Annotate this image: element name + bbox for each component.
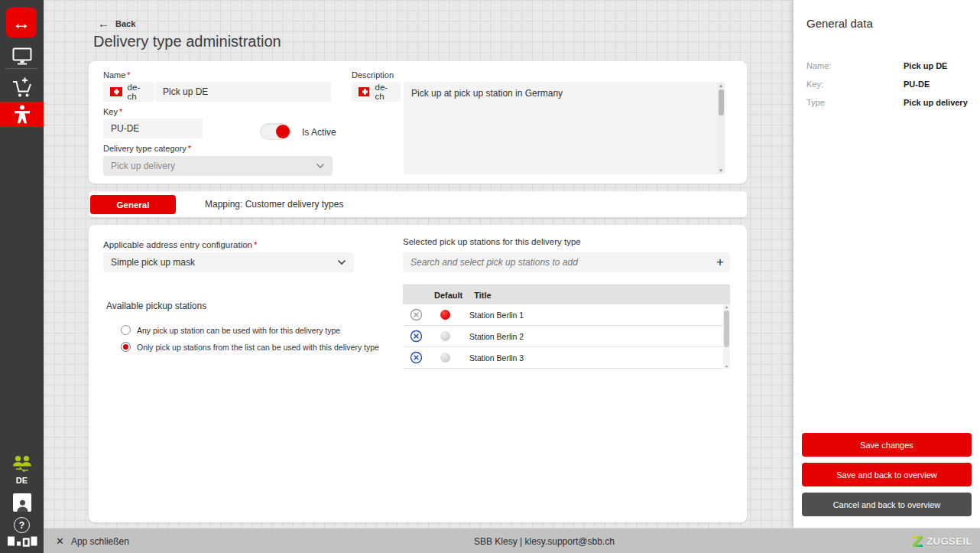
summary-title: General data bbox=[806, 17, 873, 30]
back-button[interactable]: ← Back bbox=[98, 17, 135, 30]
radio-circle-selected[interactable] bbox=[121, 342, 131, 352]
language-badge-label: de-ch bbox=[128, 83, 148, 101]
users-exchange-icon[interactable] bbox=[0, 455, 44, 472]
name-field-wrap bbox=[155, 82, 331, 102]
address-config-label: Applicable address entry configuration* bbox=[103, 240, 257, 249]
close-app-button[interactable]: ✕ App schließen bbox=[56, 529, 129, 553]
summary-name-value: Pick up DE bbox=[904, 61, 947, 70]
description-language-badge: de-ch bbox=[352, 82, 401, 102]
add-station-button[interactable]: + bbox=[710, 252, 730, 272]
remove-station-icon[interactable] bbox=[410, 351, 423, 364]
cart-plus-icon[interactable] bbox=[0, 76, 44, 99]
summary-type-value: Pick up delivery bbox=[904, 98, 968, 107]
chevron-down-icon bbox=[316, 163, 325, 169]
sidebar: ↔ DE ? bbox=[0, 0, 44, 553]
remove-station-icon-disabled bbox=[410, 308, 423, 321]
scroll-up-icon[interactable]: ▲ bbox=[717, 83, 725, 88]
key-input[interactable] bbox=[103, 119, 203, 138]
is-active-label: Is Active bbox=[302, 127, 336, 138]
back-label: Back bbox=[115, 19, 135, 28]
zugseil-brand-label: ZUGSEIL bbox=[926, 535, 972, 547]
required-mark: * bbox=[188, 144, 191, 153]
user-avatar-icon[interactable] bbox=[13, 493, 31, 512]
key-label: Key* bbox=[103, 107, 122, 116]
tab-mapping-customer-delivery-types[interactable]: Mapping: Customer delivery types bbox=[205, 191, 343, 217]
delivery-type-form-card: Name* de-ch Description de-ch Pick up at… bbox=[89, 61, 747, 184]
required-mark: * bbox=[254, 240, 257, 249]
language-badge-label: de-ch bbox=[375, 83, 394, 101]
sbb-arrows-glyph: ↔ bbox=[12, 12, 31, 34]
radio-only-label: Only pick up stations from the list can … bbox=[137, 343, 379, 352]
accessibility-nav-item-active[interactable] bbox=[0, 102, 44, 127]
general-tab-card: Applicable address entry configuration* … bbox=[89, 225, 747, 522]
column-header-title: Title bbox=[474, 291, 491, 300]
station-title: Station Berlin 3 bbox=[469, 353, 524, 363]
scroll-down-icon[interactable]: ▼ bbox=[723, 364, 730, 369]
scroll-down-icon[interactable]: ▼ bbox=[717, 168, 725, 173]
name-label: Name* bbox=[103, 70, 131, 80]
help-icon[interactable]: ? bbox=[14, 517, 30, 533]
table-row-station-2[interactable]: Station Berlin 2 bbox=[403, 326, 730, 347]
description-label: Description bbox=[352, 70, 394, 80]
footer-bar: ✕ App schließen SBB Klesy | klesy.suppor… bbox=[44, 528, 980, 553]
summary-key-label: Key: bbox=[806, 80, 823, 89]
summary-panel: General data Name: Pick up DE Key: PU-DE… bbox=[793, 0, 980, 528]
scroll-up-icon[interactable]: ▲ bbox=[723, 304, 730, 309]
summary-key-value: PU-DE bbox=[904, 80, 930, 89]
category-select[interactable]: Pick up delivery bbox=[103, 156, 333, 176]
blocks-logo-icon bbox=[0, 535, 44, 547]
summary-type-label: Type bbox=[806, 98, 825, 107]
monitor-icon[interactable] bbox=[0, 47, 44, 65]
default-unselected-dot[interactable] bbox=[440, 331, 450, 341]
summary-name-row: Name: Pick up DE bbox=[806, 61, 969, 70]
tab-bar: General Mapping: Customer delivery types bbox=[89, 191, 747, 217]
radio-any-label: Any pick up station can be used with for… bbox=[137, 326, 340, 335]
scrollbar-thumb[interactable] bbox=[724, 311, 729, 347]
remove-station-icon[interactable] bbox=[410, 330, 423, 343]
category-label: Delivery type category* bbox=[103, 144, 191, 153]
radio-only-list-stations[interactable]: Only pick up stations from the list can … bbox=[121, 342, 379, 352]
station-search-input[interactable] bbox=[403, 252, 710, 272]
address-config-value: Simple pick up mask bbox=[111, 257, 195, 268]
default-selected-dot[interactable] bbox=[440, 310, 450, 320]
close-app-label: App schließen bbox=[71, 536, 129, 547]
table-row-station-3[interactable]: Station Berlin 3 bbox=[403, 347, 730, 369]
table-row-station-1[interactable]: Station Berlin 1 bbox=[403, 304, 730, 326]
zugseil-z-icon bbox=[912, 535, 923, 548]
close-icon: ✕ bbox=[56, 535, 64, 547]
save-and-back-button[interactable]: Save and back to overview bbox=[802, 463, 972, 486]
stations-table-header: Default Title bbox=[403, 285, 730, 304]
language-indicator[interactable]: DE bbox=[0, 476, 44, 485]
radio-any-station[interactable]: Any pick up station can be used with for… bbox=[121, 325, 340, 335]
key-field-wrap bbox=[103, 119, 203, 138]
tab-general[interactable]: General bbox=[90, 195, 176, 214]
station-search-wrap: + bbox=[403, 252, 730, 272]
selected-stations-label: Selected pick up stations for this deliv… bbox=[403, 237, 581, 246]
description-textarea[interactable]: Pick up at pick up station in Germany ▲ … bbox=[404, 82, 725, 174]
summary-name-label: Name: bbox=[806, 61, 831, 70]
name-language-badge: de-ch bbox=[103, 82, 154, 102]
page-title: Delivery type administration bbox=[93, 33, 281, 50]
required-mark: * bbox=[127, 70, 130, 80]
cancel-and-back-button[interactable]: Cancel and back to overview bbox=[802, 493, 972, 516]
available-stations-label: Available pickup stations bbox=[106, 301, 206, 311]
column-header-default: Default bbox=[434, 291, 462, 300]
app-window: ↔ DE ? ← Back Delivery type administrati… bbox=[0, 0, 980, 553]
swiss-flag-icon bbox=[359, 87, 369, 96]
required-mark: * bbox=[119, 107, 122, 116]
sbb-logo-icon[interactable]: ↔ bbox=[6, 8, 37, 37]
description-scrollbar[interactable]: ▲ ▼ bbox=[717, 83, 725, 174]
toggle-knob bbox=[276, 125, 290, 138]
scrollbar-thumb[interactable] bbox=[719, 89, 724, 115]
save-changes-button[interactable]: Save changes bbox=[802, 433, 972, 457]
is-active-toggle[interactable] bbox=[260, 123, 291, 140]
back-arrow-icon: ← bbox=[98, 17, 109, 30]
name-input[interactable] bbox=[155, 82, 331, 102]
address-config-select[interactable]: Simple pick up mask bbox=[103, 252, 354, 272]
radio-circle-unselected[interactable] bbox=[121, 325, 131, 335]
description-value: Pick up at pick up station in Germany bbox=[411, 88, 713, 99]
table-scrollbar[interactable]: ▲ ▼ bbox=[723, 304, 730, 369]
station-title: Station Berlin 1 bbox=[469, 311, 524, 320]
default-unselected-dot[interactable] bbox=[440, 353, 450, 363]
support-text: SBB Klesy | klesy.support@sbb.ch bbox=[474, 529, 615, 553]
